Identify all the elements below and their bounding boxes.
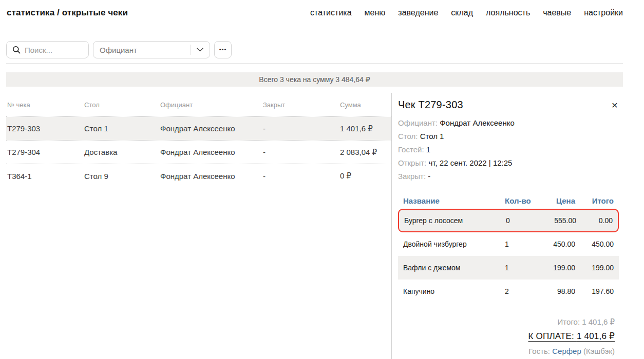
topbar: статистика / открытые чеки статистика ме… (0, 0, 644, 18)
list-item[interactable]: Бургер с лососем 0 555.00 0.00 (398, 209, 619, 232)
filters-toolbar: Официант ••• (6, 41, 623, 58)
item-price: 199.00 (532, 264, 575, 272)
close-icon[interactable]: × (611, 99, 619, 110)
item-qty: 1 (505, 240, 532, 248)
col-header-name: Название (403, 196, 505, 205)
item-total: 0.00 (576, 216, 613, 225)
item-price: 555.00 (533, 216, 576, 225)
table-cell: Стол 9 (84, 172, 160, 181)
col-header-table: Стол (84, 101, 160, 109)
chevron-down-icon (197, 48, 203, 52)
closed-cell: - (263, 124, 340, 133)
amount-due: К ОПЛАТЕ: 1 401,6 ₽ (398, 329, 615, 344)
table-row[interactable]: T364-1 Стол 9 Фондрат Алексеенко - 0 ₽ (6, 164, 391, 188)
waiter-cell: Фондрат Алексеенко (160, 172, 263, 181)
nav-settings[interactable]: настройки (584, 8, 623, 17)
item-total: 199.00 (575, 264, 614, 272)
waiter-cell: Фондрат Алексеенко (160, 124, 263, 133)
check-detail-panel: Чек T279-303 × Официант: Фондрат Алексее… (391, 93, 644, 359)
item-total: 197.60 (575, 287, 614, 295)
nav-menu[interactable]: меню (365, 8, 386, 17)
items-table-header: Название Кол-во Цена Итого (398, 192, 619, 209)
guest-link[interactable]: Серфер (552, 347, 581, 355)
col-header-total: Итого (575, 196, 614, 205)
waiter-filter-label: Официант (100, 46, 191, 54)
toolbar-divider (6, 63, 623, 64)
checks-table-header: № чека Стол Официант Закрыт Сумма (6, 93, 391, 117)
waiter-filter-select[interactable]: Официант (93, 41, 210, 58)
sum-cell: 2 083,04 ₽ (340, 148, 391, 157)
table-cell: Стол 1 (84, 124, 160, 133)
col-header-qty: Кол-во (505, 196, 532, 205)
nav-tips[interactable]: чаевые (543, 8, 571, 17)
waiter-cell: Фондрат Алексеенко (160, 148, 263, 156)
list-item[interactable]: Вафли с джемом 1 199.00 199.00 (398, 256, 619, 280)
item-total: 450.00 (575, 240, 614, 248)
table-cell: Доставка (84, 148, 160, 156)
detail-table: Стол: Стол 1 (398, 130, 619, 143)
check-details: Официант: Фондрат Алексеенко Стол: Стол … (398, 116, 619, 183)
col-header-waiter: Официант (160, 101, 263, 109)
col-header-closed: Закрыт (263, 101, 340, 109)
summary-bar: Всего 3 чека на сумму 3 484,64 ₽ (6, 72, 623, 87)
search-icon (12, 46, 21, 54)
sum-cell: 1 401,6 ₽ (340, 124, 391, 133)
closed-cell: - (263, 148, 340, 156)
search-box[interactable] (6, 41, 89, 58)
check-items-table: Название Кол-во Цена Итого Бургер с лосо… (398, 192, 619, 303)
nav-statistics[interactable]: статистика (310, 8, 351, 17)
col-header-sum: Сумма (340, 101, 391, 109)
panel-title: Чек T279-303 (398, 99, 463, 111)
more-filters-button[interactable]: ••• (214, 41, 232, 58)
check-number-cell: T279-303 (7, 124, 84, 133)
sum-cell: 0 ₽ (340, 171, 391, 181)
item-price: 98.80 (532, 287, 575, 295)
closed-cell: - (263, 172, 340, 181)
check-totals: Итого: 1 401,6 ₽ К ОПЛАТЕ: 1 401,6 ₽ Гос… (398, 315, 619, 358)
detail-closed: Закрыт: - (398, 170, 619, 183)
search-input[interactable] (25, 46, 83, 54)
panel-header: Чек T279-303 × (398, 99, 619, 111)
table-row[interactable]: T279-303 Стол 1 Фондрат Алексеенко - 1 4… (6, 117, 391, 141)
col-header-price: Цена (532, 196, 575, 205)
ellipsis-icon: ••• (219, 46, 227, 52)
subtotal: Итого: 1 401,6 ₽ (398, 315, 615, 329)
main-content: № чека Стол Официант Закрыт Сумма T279-3… (0, 93, 644, 359)
item-name: Капучино (403, 287, 505, 295)
check-number-cell: T279-304 (7, 148, 84, 156)
col-header-check-number: № чека (7, 101, 84, 109)
detail-waiter: Официант: Фондрат Алексеенко (398, 116, 619, 130)
detail-opened: Открыт: чт, 22 сент. 2022 | 12:25 (398, 156, 619, 170)
nav-loyalty[interactable]: лояльность (486, 8, 530, 17)
item-qty: 0 (506, 216, 533, 225)
check-number-cell: T364-1 (7, 172, 84, 181)
guest-info: Гость: Серфер (Кэшбэк) (398, 344, 615, 358)
list-item[interactable]: Капучино 2 98.80 197.60 (398, 280, 619, 303)
checks-table: № чека Стол Официант Закрыт Сумма T279-3… (6, 93, 391, 359)
item-name: Двойной чизбургер (403, 240, 505, 248)
main-nav: статистика меню заведение склад лояльнос… (310, 8, 623, 17)
select-divider (191, 45, 191, 55)
nav-venue[interactable]: заведение (398, 8, 438, 17)
item-qty: 1 (505, 264, 532, 272)
breadcrumb: статистика / открытые чеки (7, 8, 128, 18)
item-name: Вафли с джемом (403, 264, 505, 272)
summary-text: Всего 3 чека на сумму 3 484,64 ₽ (259, 75, 370, 84)
list-item[interactable]: Двойной чизбургер 1 450.00 450.00 (398, 232, 619, 256)
item-name: Бургер с лососем (404, 216, 506, 225)
detail-guests: Гостей: 1 (398, 143, 619, 156)
item-qty: 2 (505, 287, 532, 295)
table-row[interactable]: T279-304 Доставка Фондрат Алексеенко - 2… (6, 141, 391, 164)
item-price: 450.00 (532, 240, 575, 248)
nav-warehouse[interactable]: склад (451, 8, 473, 17)
